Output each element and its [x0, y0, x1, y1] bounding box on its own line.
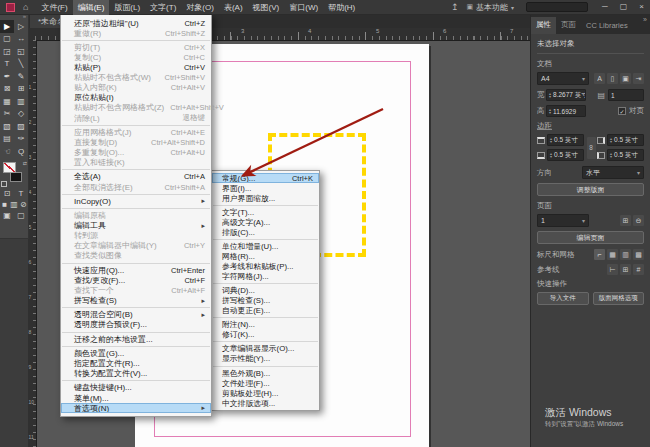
show-rulers-icon[interactable]: ⌐ — [594, 249, 605, 260]
menu-item[interactable]: 显示性能(Y)... — [212, 354, 319, 364]
show-guides-icon[interactable]: ⊢ — [607, 264, 618, 275]
margin-top-field[interactable]: ▴▾0.5 英寸 — [547, 134, 584, 146]
frame-tool[interactable]: ⊠ — [0, 83, 14, 96]
menu-item[interactable]: 编辑原稿 — [61, 211, 211, 221]
menu-item[interactable]: 复制(C)Ctrl+C — [61, 52, 211, 62]
menu-item[interactable]: 剪贴板处理(H)... — [212, 388, 319, 398]
menu-item[interactable]: 指定配置文件(R)... — [61, 359, 211, 369]
menu-item[interactable]: 键盘快捷键(H)... — [61, 383, 211, 393]
menu-item[interactable]: InCopy(O)▸ — [61, 196, 211, 206]
menu-item[interactable]: 用户界面缩放... — [212, 193, 319, 203]
menu-item[interactable]: 编辑工具▸ — [61, 221, 211, 231]
menu-item[interactable]: 黑色外观(B)... — [212, 368, 319, 378]
layout-grid-options-button[interactable]: 版面网格选项 — [593, 292, 645, 305]
menu-item[interactable]: 附注(N)... — [212, 320, 319, 330]
menu-item[interactable]: 查找类似图像 — [61, 251, 211, 261]
fill-swatch-none[interactable] — [3, 162, 16, 173]
menu-item[interactable]: 字符网格(J)... — [212, 271, 319, 281]
margins-label[interactable]: 边距 — [537, 121, 644, 131]
menu-item[interactable]: 粘贴时不包含格式(W)Ctrl+Shift+V — [61, 73, 211, 83]
apply-none[interactable]: ⊘ — [19, 199, 28, 210]
menu-item[interactable]: 全选(A)Ctrl+A — [61, 172, 211, 182]
orientation-auto-icon[interactable]: ▣ — [620, 73, 631, 84]
menu-item[interactable]: 颜色设置(G)... — [61, 348, 211, 358]
orientation-landscape-icon[interactable]: ⇥ — [633, 73, 644, 84]
delete-page-icon[interactable]: ⊖ — [633, 215, 644, 226]
type-tool[interactable]: T — [0, 58, 14, 71]
share-icon[interactable]: ↥ — [447, 2, 463, 12]
stepper-icon[interactable]: ▴▾ — [549, 92, 551, 98]
menu-item[interactable]: 重做(R)Ctrl+Shift+Z — [61, 28, 211, 38]
smart-guides-icon[interactable]: ⊞ — [620, 264, 631, 275]
menu-item[interactable]: 中文排版选项... — [212, 398, 319, 408]
stroke-swatch[interactable] — [10, 172, 22, 182]
menubar-item[interactable]: 版面(L) — [109, 0, 145, 15]
lock-guides-icon[interactable]: # — [633, 264, 644, 275]
workspace-switcher[interactable]: ▣ 基本功能 ▾ — [462, 2, 518, 13]
baseline-grid-icon[interactable]: ▦ — [607, 249, 618, 260]
menubar-item[interactable]: 表(A) — [219, 0, 248, 15]
pen-tool[interactable]: ✒ — [0, 70, 14, 83]
margin-right-field[interactable]: ▴▾0.5 英寸 — [607, 134, 644, 146]
menu-item[interactable]: 参考线和粘贴板(P)... — [212, 261, 319, 271]
menu-item[interactable]: 菜单(M)... — [61, 393, 211, 403]
menu-item[interactable]: 文章编辑器显示(O)... — [212, 344, 319, 354]
stepper-icon[interactable]: ▴▾ — [549, 108, 551, 114]
add-page-icon[interactable]: ⊞ — [620, 215, 631, 226]
menu-item[interactable]: 粘贴时不包含网格格式(Z)Ctrl+Alt+Shift+V — [61, 103, 211, 113]
menu-item[interactable]: 转换为配置文件(V)... — [61, 369, 211, 379]
import-file-button[interactable]: 导入文件 — [537, 292, 589, 305]
menu-item[interactable]: 文字(T)... — [212, 207, 319, 217]
menu-item[interactable]: 置入和链接(K) — [61, 158, 211, 168]
vertical-ruler[interactable]: 1234567891011 — [28, 40, 37, 447]
adjust-layout-button[interactable]: 调整版面 — [537, 183, 644, 196]
page-count-field[interactable]: 1 — [608, 89, 644, 101]
note-tool[interactable]: ▤ — [0, 133, 14, 146]
scissors-tool[interactable]: ✂ — [0, 108, 14, 121]
margin-bottom-field[interactable]: ▴▾0.5 英寸 — [547, 149, 584, 161]
apply-color[interactable]: ■ — [0, 199, 9, 210]
panel-collapse-icon[interactable]: » — [643, 16, 647, 23]
menu-item[interactable]: 多重复制(O)...Ctrl+Alt+U — [61, 148, 211, 158]
menu-item[interactable]: 文件处理(F)... — [212, 378, 319, 388]
menu-item[interactable]: 粘贴(P)Ctrl+V — [61, 63, 211, 73]
menubar-item[interactable]: 对象(O) — [181, 0, 219, 15]
panel-tab-pages[interactable]: 页面 — [556, 17, 581, 34]
content-collector-tool[interactable]: ◲ — [0, 45, 14, 58]
page-tool[interactable]: ▢ — [0, 33, 14, 46]
menu-item[interactable]: 快速应用(Q)...Ctrl+Enter — [61, 265, 211, 275]
menubar-item[interactable]: 帮助(H) — [323, 0, 360, 15]
minimize-button[interactable]: ─ — [596, 0, 614, 14]
menu-item[interactable]: 全部取消选择(E)Ctrl+Shift+A — [61, 182, 211, 192]
page-size-a-icon[interactable]: A — [594, 73, 605, 84]
apply-gradient[interactable]: ▥ — [9, 199, 18, 210]
home-icon[interactable]: ⌂ — [23, 3, 28, 12]
free-transform-tool[interactable]: ◇ — [14, 108, 28, 121]
maximize-button[interactable]: ▢ — [614, 0, 634, 14]
menu-item[interactable]: 常规(G)...Ctrl+K — [212, 173, 319, 183]
close-button[interactable]: × — [633, 0, 650, 14]
menu-item[interactable]: 查找下一个Ctrl+Alt+F — [61, 285, 211, 295]
menu-item[interactable]: 网格(R)... — [212, 251, 319, 261]
pencil-tool[interactable]: ✎ — [14, 70, 28, 83]
width-field[interactable]: ▴▾ 8.2677 英寸 — [546, 89, 586, 101]
layout-grid-icon[interactable]: ▩ — [633, 249, 644, 260]
eyedropper-tool[interactable]: ✑ — [14, 133, 28, 146]
search-input[interactable] — [526, 2, 588, 12]
menu-item[interactable]: 修订(K)... — [212, 330, 319, 340]
document-grid-icon[interactable]: ▥ — [620, 249, 631, 260]
gap-tool[interactable]: ↔ — [14, 33, 28, 46]
menu-item[interactable]: 拼写检查(S)▸ — [61, 295, 211, 305]
menu-item[interactable]: 透明度拼合预设(F)... — [61, 320, 211, 330]
menu-item[interactable]: 首选项(N)▸ — [61, 403, 211, 413]
page-size-select[interactable]: A4 ▾ — [537, 72, 589, 85]
menu-item[interactable]: 透明混合空间(B)▸ — [61, 310, 211, 320]
link-margins-icon[interactable]: ∞ — [587, 137, 596, 159]
menu-item[interactable]: 拼写检查(S)... — [212, 296, 319, 306]
menu-item[interactable]: 排版(C)... — [212, 227, 319, 237]
formatting-affects-container[interactable]: ⊡ — [0, 188, 14, 199]
direct-selection-tool[interactable]: ▷ — [14, 20, 28, 33]
menu-item[interactable]: 自动更正(E)... — [212, 306, 319, 316]
menubar-item[interactable]: 文字(T) — [145, 0, 181, 15]
menu-item[interactable]: 高级文字(A)... — [212, 217, 319, 227]
